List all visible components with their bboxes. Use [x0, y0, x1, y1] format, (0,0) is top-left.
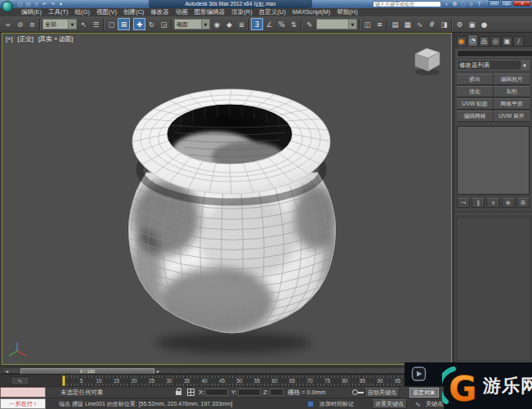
rectangular-selection-icon[interactable]: ▢	[105, 18, 118, 30]
unlink-selection-icon[interactable]: ⊘	[14, 18, 26, 30]
modifier-button-5[interactable]: 网格平滑	[494, 98, 530, 110]
menu-item-0[interactable]: 编辑(E)	[18, 8, 45, 16]
menu-item-10[interactable]: MAXScript(M)	[289, 8, 334, 16]
layer-manager-icon[interactable]: ▤	[389, 18, 401, 30]
named-selection-sets-dropdown[interactable]: ▼	[316, 19, 357, 29]
percent-snap-icon[interactable]: %	[275, 18, 288, 30]
subscription-center-icon[interactable]: ⚙	[451, 1, 458, 7]
menu-item-7[interactable]: 图形编辑器	[191, 8, 229, 16]
menu-item-2[interactable]: 组(G)	[72, 8, 93, 16]
modifier-button-2[interactable]: 优化	[457, 86, 493, 97]
menu-item-4[interactable]: 创建(C)	[120, 8, 147, 16]
spinner-snap-icon[interactable]: ⇅	[288, 18, 300, 30]
redo-icon[interactable]: ↷	[49, 1, 56, 7]
modifier-button-3[interactable]: 车削	[494, 86, 530, 97]
select-and-scale-icon[interactable]: ◲	[158, 18, 170, 30]
favorites-icon[interactable]: ☆	[467, 1, 475, 7]
schematic-view-icon[interactable]: #	[426, 18, 438, 30]
modifier-button-7[interactable]: UVW 展开	[494, 110, 530, 122]
tab-utilities[interactable]: ∕	[513, 36, 524, 46]
reference-coordinate-dropdown[interactable]: 视图▼	[174, 19, 210, 29]
modifier-button-1[interactable]: 编辑面片	[494, 74, 530, 85]
make-unique-button[interactable]: ∨	[486, 198, 499, 208]
window-crossing-icon[interactable]: ⊞	[118, 18, 130, 30]
select-object-icon[interactable]: ↖	[78, 18, 90, 30]
close-button[interactable]: ✕	[513, 0, 531, 7]
show-end-result-button[interactable]: ‖	[472, 198, 485, 208]
configure-modifier-sets-button[interactable]: ⊞	[516, 198, 530, 208]
infocenter-search-input[interactable]	[373, 1, 441, 7]
rendered-frame-icon[interactable]: ▣	[466, 18, 478, 30]
menu-item-3[interactable]: 视图(V)	[93, 8, 120, 16]
modifier-button-6[interactable]: 编辑网格	[457, 110, 493, 122]
mirror-icon[interactable]: ◫	[361, 18, 373, 30]
maxscript-macro-recorder[interactable]	[0, 387, 46, 398]
minimize-button[interactable]: —	[489, 0, 500, 7]
tab-display[interactable]: ▣	[502, 36, 512, 46]
current-frame-marker[interactable]	[62, 375, 65, 386]
edit-named-selection-sets-icon[interactable]: ✎	[303, 18, 315, 30]
undo-icon[interactable]: ↶	[41, 1, 48, 7]
ribbon-toggle-icon[interactable]: ▦	[401, 18, 414, 30]
y-coordinate-field[interactable]	[238, 389, 261, 396]
keyboard-override-icon[interactable]: ≣	[235, 18, 248, 30]
set-key-button[interactable]: 设置关键点	[372, 399, 407, 409]
auto-key-button[interactable]: 自动关键点	[364, 388, 400, 398]
maximize-button[interactable]: ▭	[501, 0, 512, 7]
save-file-icon[interactable]: ▽	[33, 1, 40, 7]
wireframe-pot-model[interactable]	[2, 34, 451, 364]
select-and-rotate-icon[interactable]: ↻	[145, 18, 158, 30]
mini-curve-editor-button[interactable]: ∿	[11, 376, 29, 385]
menu-item-6[interactable]: 动画	[172, 8, 191, 16]
tab-create[interactable]: ●	[456, 36, 467, 46]
z-coordinate-field[interactable]	[270, 389, 284, 396]
curve-editor-icon[interactable]: ∿	[414, 18, 426, 30]
pin-stack-button[interactable]: ⊸	[457, 198, 470, 208]
absolute-mode-icon[interactable]	[187, 389, 194, 396]
add-time-tag-button[interactable]: 添加时间标记	[317, 399, 356, 409]
material-editor-icon[interactable]: ◨	[438, 18, 450, 30]
new-file-icon[interactable]: ▢	[16, 1, 24, 7]
menu-item-1[interactable]: 工具(T)	[45, 8, 72, 16]
modifier-stack-list[interactable]	[457, 126, 530, 195]
communication-center-icon[interactable]: ◌	[459, 1, 467, 7]
remove-modifier-button[interactable]: ⊗	[502, 198, 515, 208]
application-menu-logo[interactable]	[2, 1, 13, 12]
perspective-viewport[interactable]: [+] [正交] [真实 + 边面]	[2, 33, 452, 365]
snap-toggle-3d-icon[interactable]: 3	[251, 18, 263, 30]
select-and-link-icon[interactable]: ∞	[2, 18, 14, 30]
x-coordinate-field[interactable]	[205, 389, 228, 396]
maxscript-mini-listener[interactable]: ─ 所在行 ‹	[0, 398, 46, 409]
time-slider-track[interactable]: ◄ 0 / 100 ►	[2, 367, 405, 374]
tab-hierarchy[interactable]: 品	[479, 36, 490, 46]
menu-item-9[interactable]: 自定义(U)	[256, 8, 289, 16]
object-name-field[interactable]	[457, 50, 532, 57]
modifier-button-0[interactable]: 挤出	[457, 74, 493, 85]
help-icon[interactable]: ?	[476, 1, 483, 7]
viewport-menu-plus[interactable]: [+]	[6, 35, 13, 43]
viewcube[interactable]	[409, 43, 446, 78]
menu-item-8[interactable]: 渲染(R)	[228, 8, 255, 16]
render-setup-icon[interactable]: ⚙	[454, 18, 466, 30]
tab-modify[interactable]: ◔	[467, 34, 478, 46]
viewport-shading-label[interactable]: [真实 + 边面]	[38, 35, 74, 43]
select-and-manipulate-icon[interactable]: ◆	[223, 18, 235, 30]
select-and-move-icon[interactable]: ✚	[133, 18, 145, 30]
align-icon[interactable]: ≡	[373, 18, 386, 30]
select-by-name-icon[interactable]: ☰	[90, 18, 102, 30]
modifier-list-dropdown[interactable]: 修改器列表 ▼	[457, 60, 530, 70]
modifier-button-4[interactable]: UVW 贴图	[457, 98, 493, 110]
search-icon[interactable]: ⌕	[443, 1, 450, 7]
open-file-icon[interactable]: ◳	[25, 1, 32, 7]
tab-motion[interactable]: ◎	[490, 36, 501, 46]
angle-snap-icon[interactable]: ∠	[263, 18, 275, 30]
use-pivot-center-icon[interactable]: ◉	[211, 18, 223, 30]
quick-access-dropdown-icon[interactable]: ▾	[57, 1, 65, 7]
menu-item-5[interactable]: 修改器	[147, 8, 172, 16]
bind-to-space-warp-icon[interactable]: ≋	[26, 18, 38, 30]
render-production-icon[interactable]: ●	[478, 18, 490, 30]
menu-item-11[interactable]: 帮助(H)	[333, 8, 360, 16]
timeline-ruler[interactable]: 5101520253035404550556065707580859095100	[34, 375, 418, 387]
selection-lock-icon[interactable]	[176, 391, 181, 395]
viewport-view-label[interactable]: [正交]	[18, 35, 34, 43]
